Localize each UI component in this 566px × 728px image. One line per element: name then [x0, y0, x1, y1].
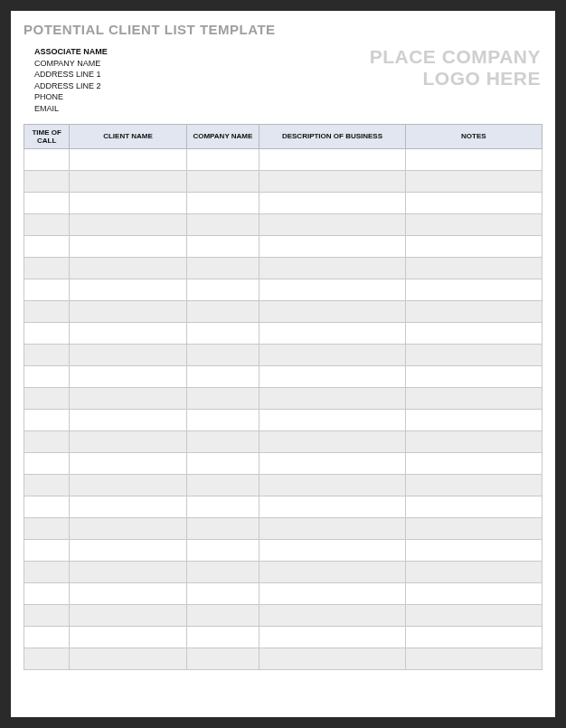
- cell-time[interactable]: [24, 604, 70, 626]
- cell-company[interactable]: [186, 192, 259, 213]
- cell-desc[interactable]: [259, 235, 405, 257]
- cell-client[interactable]: [70, 626, 186, 648]
- cell-desc[interactable]: [259, 213, 405, 235]
- cell-time[interactable]: [24, 170, 70, 192]
- cell-notes[interactable]: [405, 322, 542, 344]
- cell-company[interactable]: [186, 365, 259, 387]
- cell-time[interactable]: [24, 387, 70, 409]
- cell-client[interactable]: [70, 192, 186, 213]
- cell-company[interactable]: [186, 322, 259, 344]
- cell-desc[interactable]: [259, 474, 405, 496]
- cell-time[interactable]: [24, 344, 70, 365]
- cell-client[interactable]: [70, 170, 186, 192]
- cell-notes[interactable]: [405, 452, 542, 474]
- cell-client[interactable]: [70, 235, 186, 257]
- cell-notes[interactable]: [405, 192, 542, 213]
- cell-desc[interactable]: [259, 279, 405, 300]
- cell-time[interactable]: [24, 235, 70, 257]
- cell-client[interactable]: [70, 648, 186, 669]
- cell-client[interactable]: [70, 496, 186, 517]
- cell-notes[interactable]: [405, 387, 542, 409]
- cell-company[interactable]: [186, 452, 259, 474]
- cell-company[interactable]: [186, 496, 259, 517]
- cell-desc[interactable]: [259, 496, 405, 517]
- cell-time[interactable]: [24, 496, 70, 517]
- cell-desc[interactable]: [259, 344, 405, 365]
- cell-time[interactable]: [24, 279, 70, 300]
- cell-notes[interactable]: [405, 300, 542, 322]
- cell-client[interactable]: [70, 452, 186, 474]
- cell-notes[interactable]: [405, 474, 542, 496]
- cell-notes[interactable]: [405, 257, 542, 279]
- cell-desc[interactable]: [259, 148, 405, 170]
- cell-client[interactable]: [70, 604, 186, 626]
- cell-time[interactable]: [24, 648, 70, 669]
- cell-client[interactable]: [70, 474, 186, 496]
- cell-desc[interactable]: [259, 387, 405, 409]
- cell-desc[interactable]: [259, 626, 405, 648]
- cell-desc[interactable]: [259, 409, 405, 430]
- cell-desc[interactable]: [259, 517, 405, 539]
- cell-client[interactable]: [70, 257, 186, 279]
- cell-desc[interactable]: [259, 561, 405, 582]
- cell-client[interactable]: [70, 430, 186, 452]
- cell-notes[interactable]: [405, 648, 542, 669]
- cell-company[interactable]: [186, 539, 259, 561]
- cell-company[interactable]: [186, 582, 259, 604]
- cell-client[interactable]: [70, 387, 186, 409]
- cell-company[interactable]: [186, 148, 259, 170]
- cell-notes[interactable]: [405, 344, 542, 365]
- cell-client[interactable]: [70, 148, 186, 170]
- cell-time[interactable]: [24, 517, 70, 539]
- cell-company[interactable]: [186, 279, 259, 300]
- cell-notes[interactable]: [405, 626, 542, 648]
- cell-time[interactable]: [24, 539, 70, 561]
- cell-company[interactable]: [186, 257, 259, 279]
- cell-notes[interactable]: [405, 409, 542, 430]
- cell-notes[interactable]: [405, 365, 542, 387]
- cell-time[interactable]: [24, 192, 70, 213]
- cell-company[interactable]: [186, 561, 259, 582]
- cell-company[interactable]: [186, 344, 259, 365]
- cell-notes[interactable]: [405, 561, 542, 582]
- cell-client[interactable]: [70, 561, 186, 582]
- cell-desc[interactable]: [259, 604, 405, 626]
- cell-company[interactable]: [186, 517, 259, 539]
- cell-desc[interactable]: [259, 365, 405, 387]
- cell-time[interactable]: [24, 409, 70, 430]
- cell-time[interactable]: [24, 365, 70, 387]
- cell-company[interactable]: [186, 474, 259, 496]
- cell-time[interactable]: [24, 257, 70, 279]
- cell-company[interactable]: [186, 213, 259, 235]
- cell-company[interactable]: [186, 648, 259, 669]
- cell-notes[interactable]: [405, 517, 542, 539]
- cell-desc[interactable]: [259, 582, 405, 604]
- cell-desc[interactable]: [259, 539, 405, 561]
- cell-client[interactable]: [70, 344, 186, 365]
- cell-desc[interactable]: [259, 322, 405, 344]
- cell-client[interactable]: [70, 322, 186, 344]
- cell-time[interactable]: [24, 582, 70, 604]
- cell-notes[interactable]: [405, 235, 542, 257]
- cell-company[interactable]: [186, 235, 259, 257]
- cell-client[interactable]: [70, 279, 186, 300]
- cell-notes[interactable]: [405, 539, 542, 561]
- cell-client[interactable]: [70, 409, 186, 430]
- cell-time[interactable]: [24, 626, 70, 648]
- cell-company[interactable]: [186, 604, 259, 626]
- cell-notes[interactable]: [405, 604, 542, 626]
- cell-notes[interactable]: [405, 582, 542, 604]
- cell-company[interactable]: [186, 409, 259, 430]
- cell-desc[interactable]: [259, 300, 405, 322]
- cell-time[interactable]: [24, 148, 70, 170]
- cell-time[interactable]: [24, 474, 70, 496]
- cell-time[interactable]: [24, 452, 70, 474]
- cell-client[interactable]: [70, 300, 186, 322]
- cell-company[interactable]: [186, 387, 259, 409]
- cell-notes[interactable]: [405, 148, 542, 170]
- cell-desc[interactable]: [259, 430, 405, 452]
- cell-company[interactable]: [186, 430, 259, 452]
- cell-client[interactable]: [70, 365, 186, 387]
- cell-notes[interactable]: [405, 430, 542, 452]
- cell-desc[interactable]: [259, 648, 405, 669]
